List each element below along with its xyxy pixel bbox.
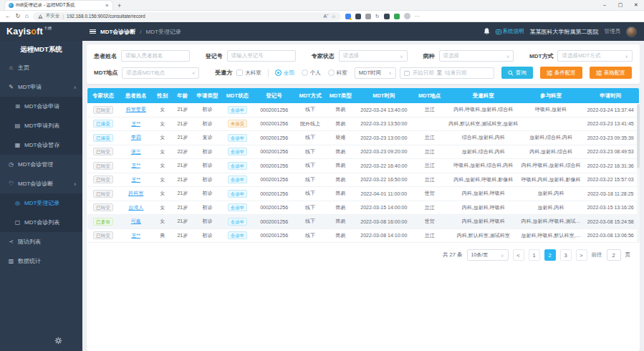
condition-config-button[interactable]: 条件配置	[540, 67, 582, 79]
column-header: 年龄	[172, 92, 193, 100]
patient-name-input[interactable]: 请输入患者姓名	[121, 50, 190, 62]
registry-no-input[interactable]: 请输入登记号	[227, 50, 296, 62]
extension-icon[interactable]	[345, 14, 351, 19]
mdt-status-tag: 会诊中	[228, 148, 248, 155]
radio-personal[interactable]	[302, 69, 308, 76]
table-cell-apply-type: 初诊	[193, 162, 221, 169]
sidebar-item-mdt-apply[interactable]: ✎MDT申请∧	[0, 77, 82, 97]
maximize-button[interactable]: ▢	[612, 0, 628, 10]
tab-close-icon[interactable]: ✕	[105, 3, 109, 9]
table-cell-mdt-place: 兰江	[412, 106, 447, 113]
patient-name-link[interactable]: 张三	[131, 149, 141, 154]
back-icon[interactable]: ←	[5, 13, 11, 19]
table-cell-invited-depts: 综合科,放射科,内科	[447, 134, 520, 141]
registry-no-label: 登记号	[206, 52, 223, 60]
page-button-1[interactable]: 1	[529, 249, 540, 261]
column-header: 登记号	[254, 92, 295, 100]
sidebar-item-mdt-accept-record[interactable]: ◎MDT受理记录	[0, 193, 82, 213]
table-cell-joined-depts: 呼吸科,内科,放射科,影像科	[520, 176, 582, 183]
next-page-button[interactable]: >	[576, 249, 587, 261]
patient-name-link[interactable]: 王**	[132, 177, 140, 182]
extension-icon[interactable]	[355, 14, 361, 19]
patient-name-link[interactable]: 可鑫	[131, 218, 141, 223]
mdt-place-select[interactable]: 请选择MDT地点∨	[122, 67, 199, 79]
big-dept-checkbox[interactable]	[236, 69, 243, 76]
browser-essentials-icon[interactable]: ↻	[375, 14, 380, 19]
page-size-select[interactable]: 10条/页∨	[467, 249, 509, 261]
table-cell-invited-depts: 内科,放射科,呼吸科	[447, 218, 520, 225]
refresh-icon[interactable]: ↻	[16, 13, 21, 19]
patient-name-link[interactable]: 李四	[131, 135, 141, 140]
table-cell-mdt-status: 会诊中	[221, 231, 254, 239]
mdt-status-tag: 会诊中	[228, 162, 248, 170]
url-divider: |	[62, 14, 64, 19]
sidebar-item-label: MDT会诊申请	[24, 102, 59, 110]
sidebar-item-mdt-consult-list[interactable]: ▢MDT会诊列表	[0, 213, 82, 232]
table-cell-mdt-status: 会诊中	[221, 190, 254, 198]
page-button-3[interactable]: 3	[560, 249, 572, 261]
patient-name-link[interactable]: 王**	[132, 233, 140, 238]
sidebar-item-follow-list[interactable]: ≺随访列表	[0, 232, 82, 251]
menu-collapse-icon[interactable]	[90, 29, 96, 34]
table-cell-age: 21岁	[172, 106, 193, 113]
patient-name-link[interactable]: 跨科室	[128, 191, 143, 196]
sidebar-item-mdt-consult-draft[interactable]: ▦MDT会诊暂存	[0, 135, 82, 155]
table-config-button[interactable]: 表格配置	[590, 67, 632, 79]
prev-page-button[interactable]: <	[513, 249, 524, 261]
bell-icon[interactable]	[484, 28, 490, 35]
new-tab-button[interactable]: +	[117, 2, 121, 10]
search-button[interactable]: 查询	[501, 67, 533, 79]
patient-name-link[interactable]: 台湾人	[128, 205, 143, 210]
favorite-star-icon[interactable]: ☆	[331, 14, 335, 19]
sidebar-item-mdt-consult-apply[interactable]: ⊞MDT会诊申请	[0, 97, 82, 116]
pagination: 共 27 条 10条/页∨ < 1 2 3 > 前往 2 页	[87, 243, 639, 261]
split-screen-icon[interactable]	[384, 14, 390, 19]
radio-all[interactable]	[275, 69, 282, 76]
collections-icon[interactable]	[365, 14, 371, 19]
settings-gear-icon[interactable]	[54, 335, 62, 347]
table-cell-mdt-type: 简易	[326, 148, 356, 155]
close-button[interactable]: ✕	[628, 0, 644, 10]
browser-tab[interactable]: mdt受理记录 - 远程MDT系统 ✕	[4, 0, 113, 10]
table-cell-apply-type: 初诊	[193, 106, 221, 113]
sidebar-item-mdt-apply-list[interactable]: ▤MDT申请列表	[0, 116, 82, 135]
patient-name-link[interactable]: 科室变更	[126, 107, 146, 112]
radio-dept[interactable]	[328, 69, 335, 76]
breadcrumb-separator: /	[140, 29, 141, 35]
column-header: 性别	[153, 92, 172, 100]
table-cell-expert-status: 已转交	[87, 231, 119, 239]
sidebar-item-data-stats[interactable]: ▥数据统计	[0, 251, 82, 271]
date-range-input[interactable]: 开始日期 至 结束日期	[400, 67, 494, 79]
disease-select[interactable]: 请选择∨	[439, 50, 514, 62]
home-icon[interactable]: ⌂	[25, 13, 29, 19]
minimize-button[interactable]: –	[597, 0, 612, 10]
page-button-2-current[interactable]: 2	[544, 249, 556, 261]
user-avatar[interactable]	[626, 27, 637, 37]
expert-status-select[interactable]: 请选择∨	[339, 50, 408, 62]
brand-logo-suffix: 卡姆	[44, 22, 52, 31]
extension-icon[interactable]	[394, 14, 400, 19]
browser-profile-avatar[interactable]	[404, 13, 410, 19]
system-help-link[interactable]: 系统说明	[496, 28, 524, 35]
read-aloud-icon[interactable]: Aˆ	[323, 14, 328, 19]
goto-page-input[interactable]: 2	[607, 249, 621, 261]
column-header: MDT类型	[326, 92, 356, 100]
more-menu-icon[interactable]: ⋯	[415, 14, 420, 19]
patient-name-link[interactable]: 王**	[132, 163, 140, 168]
address-bar[interactable]: 不安全 | 192.168.0.156:9002/consultate/reco…	[33, 12, 341, 21]
table-cell-mdt-time: 2022-03-23 13:00:00	[355, 135, 412, 140]
main-area: MDT会诊诊断 / MDT受理记录 系统说明 某某医科大学附属第二医院 管理员	[82, 22, 644, 351]
table-cell-gender: 女	[153, 176, 172, 183]
patient-name-link[interactable]: 王**	[132, 121, 140, 126]
table-cell-mdt-mode: 线下	[294, 232, 325, 239]
sidebar-item-mdt-consult-diagnose[interactable]: ♡MDT会诊诊断∧	[0, 174, 82, 193]
sidebar-item-home[interactable]: ⌂主页	[0, 58, 82, 77]
mdt-mode-select[interactable]: 请选择MDT方式∨	[557, 50, 633, 62]
sidebar-item-mdt-consult-manage[interactable]: ◷MDT会诊管理	[0, 155, 82, 174]
table-cell-apply-type: 初诊	[193, 190, 221, 197]
column-header: MDT地点	[412, 92, 447, 100]
table-cell-mdt-time: 2022-03-22 16:40:00	[355, 163, 412, 168]
table-scrollbar[interactable]	[637, 104, 640, 242]
time-type-select[interactable]: MDT时间∨	[355, 67, 396, 79]
table-cell-mdt-mode: 院外线上	[294, 120, 325, 128]
